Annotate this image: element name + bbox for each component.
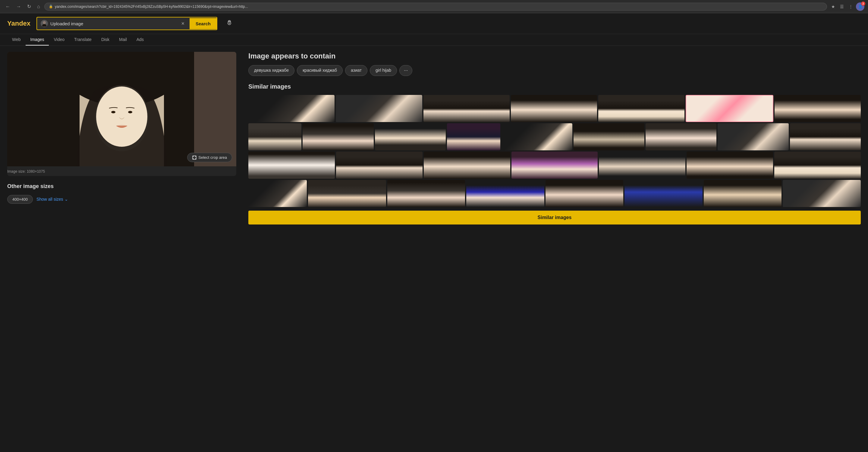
similar-image-11[interactable] [447, 123, 500, 150]
search-thumbnail-icon [41, 20, 48, 27]
yandex-logo[interactable]: Yandex [7, 20, 30, 27]
similar-image-22[interactable] [687, 152, 773, 179]
crop-button-label: Select crop area [198, 155, 227, 160]
similar-more-button[interactable]: Similar images [248, 211, 861, 225]
similar-image-5[interactable] [598, 95, 684, 122]
home-button[interactable]: ⌂ [35, 3, 42, 10]
select-crop-area-button[interactable]: Select crop area [187, 153, 232, 162]
similar-image-9[interactable] [303, 123, 373, 150]
svg-rect-9 [50, 52, 80, 166]
image-size-label: Image size: 1080×1075 [7, 166, 236, 176]
similar-image-27[interactable] [466, 180, 544, 207]
search-input-area: Uploaded image ✕ [37, 18, 190, 30]
similar-image-10[interactable] [375, 123, 446, 150]
similar-image-13[interactable] [574, 123, 644, 150]
tags-row: девушка хиджабе красивый хиджаб азиат gi… [248, 65, 861, 76]
image-preview-container: Select crop area Image size: 1080×1075 [7, 52, 236, 176]
search-button[interactable]: Search [190, 18, 217, 29]
tag-more-button[interactable]: ··· [399, 65, 412, 76]
tab-web[interactable]: Web [7, 34, 26, 45]
tab-ads[interactable]: Ads [132, 34, 149, 45]
chevron-down-icon: ⌄ [64, 197, 68, 202]
similar-image-26[interactable] [387, 180, 465, 207]
similar-image-1[interactable] [248, 95, 335, 122]
tag-krasiviy[interactable]: красивый хиджаб [297, 65, 343, 76]
extensions-button[interactable]: ☰ [838, 3, 846, 10]
svg-point-15 [111, 111, 116, 113]
similar-image-30[interactable] [704, 180, 782, 207]
tag-girl-hijab[interactable]: girl hijab [370, 65, 397, 76]
svg-rect-10 [164, 52, 194, 166]
similar-image-29[interactable] [624, 180, 703, 207]
right-panel: Image appears to contain девушка хиджабе… [236, 52, 861, 452]
tab-translate[interactable]: Translate [69, 34, 96, 45]
similar-image-15[interactable] [718, 123, 788, 150]
similar-row-4 [248, 180, 861, 207]
similar-images-title: Similar images [248, 83, 861, 90]
similar-image-24[interactable] [248, 180, 307, 207]
url-bar[interactable]: 🔒 yandex.com/images/search?cbir_id=19243… [44, 3, 827, 10]
svg-point-3 [229, 23, 230, 24]
similar-row-2 [248, 123, 861, 150]
tag-aziat[interactable]: азиат [345, 65, 367, 76]
main-content: Select crop area Image size: 1080×1075 O… [0, 46, 868, 452]
svg-point-0 [43, 21, 46, 24]
similar-image-14[interactable] [646, 123, 716, 150]
menu-button[interactable]: ⋮ [847, 3, 855, 10]
tab-mail[interactable]: Mail [114, 34, 132, 45]
similar-image-3[interactable] [424, 95, 510, 122]
similar-image-7[interactable] [775, 95, 861, 122]
tab-images[interactable]: Images [26, 34, 49, 45]
bookmark-button[interactable]: ★ [830, 3, 837, 10]
similar-image-19[interactable] [424, 152, 510, 179]
similar-image-2[interactable] [336, 95, 422, 122]
similar-image-25[interactable] [308, 180, 386, 207]
similar-image-6[interactable] [686, 95, 773, 122]
svg-point-14 [96, 87, 147, 147]
search-box: Uploaded image ✕ Search [36, 17, 217, 30]
similar-row-3 [248, 152, 861, 179]
search-clear-button[interactable]: ✕ [180, 21, 186, 27]
svg-point-16 [128, 111, 132, 113]
other-sizes-section: Other image sizes 400×400 Show all sizes… [7, 183, 236, 204]
similar-image-23[interactable] [774, 152, 861, 179]
similar-image-20[interactable] [512, 152, 598, 179]
back-button[interactable]: ← [4, 3, 12, 10]
profile-badge: 2 [861, 1, 865, 6]
image-contains-title: Image appears to contain [248, 52, 861, 60]
url-text: yandex.com/images/search?cbir_id=1924345… [55, 4, 823, 9]
similar-image-8[interactable] [248, 123, 301, 150]
search-input-text[interactable]: Uploaded image [50, 21, 178, 26]
similar-image-21[interactable] [599, 152, 685, 179]
camera-search-button[interactable] [223, 18, 236, 29]
svg-point-1 [42, 24, 46, 27]
similar-image-28[interactable] [546, 180, 624, 207]
similar-image-4[interactable] [511, 95, 597, 122]
svg-rect-17 [193, 156, 196, 159]
similar-row-1 [248, 95, 861, 122]
browser-actions: ★ ☰ ⋮ 👤 2 [830, 2, 864, 11]
tab-video[interactable]: Video [49, 34, 69, 45]
size-400-tag[interactable]: 400×400 [7, 195, 33, 204]
yandex-header: Yandex Uploaded image ✕ Search [0, 13, 868, 34]
forward-button[interactable]: → [14, 3, 23, 10]
similar-image-31[interactable] [783, 180, 861, 207]
similar-image-16[interactable] [790, 123, 861, 150]
tag-devushka[interactable]: девушка хиджабе [248, 65, 294, 76]
lock-icon: 🔒 [49, 4, 53, 8]
other-sizes-title: Other image sizes [7, 183, 236, 190]
similar-image-17[interactable] [248, 152, 335, 179]
profile-avatar[interactable]: 👤 2 [856, 2, 864, 11]
nav-tabs: Web Images Video Translate Disk Mail Ads [0, 34, 868, 46]
browser-chrome: ← → ↻ ⌂ 🔒 yandex.com/images/search?cbir_… [0, 0, 868, 13]
tab-disk[interactable]: Disk [96, 34, 114, 45]
similar-image-12[interactable] [501, 123, 572, 150]
similar-image-18[interactable] [336, 152, 423, 179]
image-preview: Select crop area [7, 52, 236, 166]
reload-button[interactable]: ↻ [25, 2, 33, 10]
show-all-sizes-button[interactable]: Show all sizes ⌄ [36, 197, 68, 202]
left-panel: Select crop area Image size: 1080×1075 O… [7, 52, 236, 452]
